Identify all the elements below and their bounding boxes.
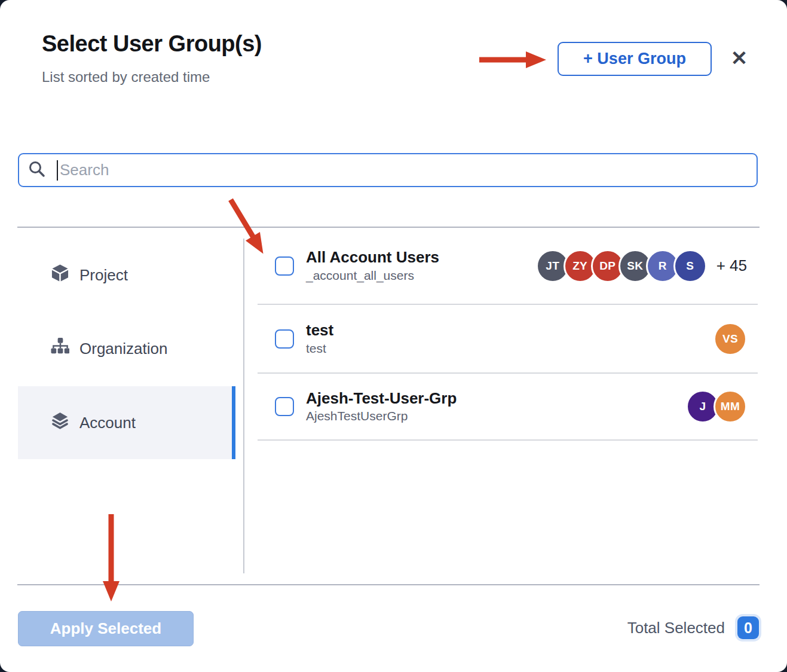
- search-input[interactable]: [58, 160, 748, 180]
- search-box: [18, 153, 758, 187]
- avatar-overflow-count: + 45: [716, 256, 747, 275]
- layers-icon: [51, 411, 69, 434]
- user-group-list: All Account Users _account_all_users JTZ…: [258, 228, 758, 441]
- sidebar-item-label: Project: [79, 266, 128, 285]
- close-icon[interactable]: ✕: [725, 44, 753, 72]
- avatar-stack: JMM: [686, 390, 747, 423]
- org-chart-icon: [51, 337, 69, 360]
- group-checkbox[interactable]: [275, 329, 294, 349]
- sidebar-item-account[interactable]: Account: [18, 386, 235, 459]
- sidebar-item-project[interactable]: Project: [18, 239, 235, 311]
- avatar-stack: JTZYDPSKRS + 45: [536, 249, 747, 283]
- apply-selected-button[interactable]: Apply Selected: [18, 611, 194, 646]
- total-selected: Total Selected 0: [627, 616, 759, 639]
- avatar-vs: VS: [713, 322, 747, 356]
- avatar-mm: MM: [713, 390, 747, 423]
- arrow-to-first-checkbox: [231, 200, 253, 237]
- sidebar-item-organization[interactable]: Organization: [18, 312, 235, 385]
- total-selected-count-badge: 0: [737, 616, 759, 639]
- group-checkbox[interactable]: [275, 397, 294, 416]
- total-selected-label: Total Selected: [627, 619, 725, 637]
- group-row-test[interactable]: test test VS: [258, 305, 758, 374]
- sidebar-divider: [243, 239, 244, 573]
- group-name: All Account Users: [306, 249, 439, 267]
- group-row-all-account-users[interactable]: All Account Users _account_all_users JTZ…: [258, 228, 758, 305]
- screen: Select User Group(s) List sorted by crea…: [0, 0, 787, 672]
- sidebar-item-label: Organization: [79, 340, 167, 358]
- footer-divider: [17, 584, 760, 585]
- dialog-title: Select User Group(s): [42, 31, 262, 57]
- search-icon: [27, 160, 46, 181]
- dialog-subtitle: List sorted by created time: [42, 69, 210, 85]
- group-row-ajesh-test-user-grp[interactable]: Ajesh-Test-User-Grp AjeshTestUserGrp JMM: [258, 374, 758, 441]
- avatar-stack: VS: [713, 322, 747, 356]
- cube-icon: [51, 264, 69, 286]
- select-user-group-dialog: Select User Group(s) List sorted by crea…: [0, 0, 787, 672]
- sidebar-item-label: Account: [79, 414, 136, 432]
- group-id: _account_all_users: [306, 268, 439, 283]
- group-id: AjeshTestUserGrp: [306, 409, 457, 423]
- avatar-s: S: [673, 249, 707, 283]
- group-id: test: [306, 341, 333, 356]
- group-name: test: [306, 322, 333, 340]
- add-user-group-button[interactable]: + User Group: [558, 42, 712, 76]
- group-name: Ajesh-Test-User-Grp: [306, 390, 457, 408]
- group-checkbox[interactable]: [275, 256, 294, 276]
